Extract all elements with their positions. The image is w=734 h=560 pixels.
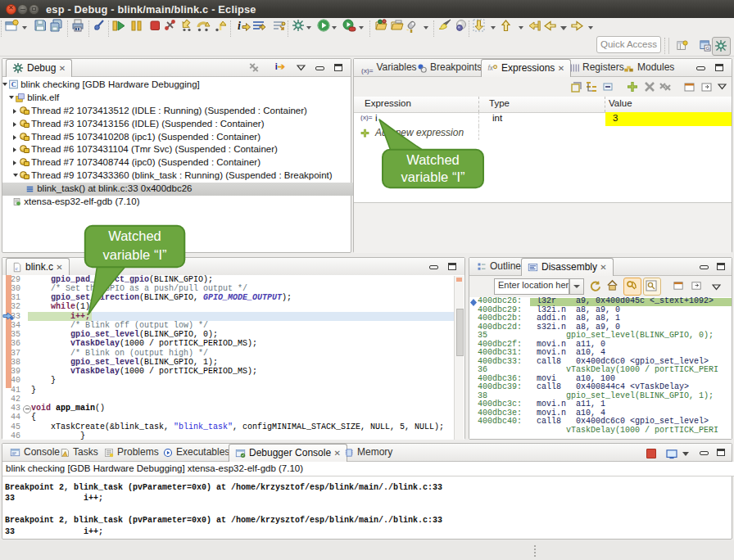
- svg-text:C: C: [11, 81, 16, 88]
- svg-text:G: G: [705, 45, 709, 51]
- svg-text:c: c: [16, 265, 18, 271]
- svg-text:i: i: [238, 20, 241, 32]
- svg-text:fx: fx: [488, 65, 494, 72]
